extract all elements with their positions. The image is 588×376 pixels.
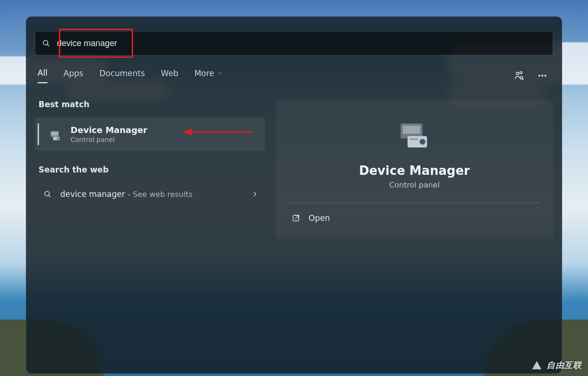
web-result-device-manager[interactable]: device manager - See web results: [35, 183, 265, 205]
web-result-hint: - See web results: [128, 190, 193, 199]
search-icon: [42, 39, 50, 47]
filter-tabs: All Apps Documents Web More: [35, 68, 553, 84]
open-icon: [292, 214, 300, 222]
preview-title: Device Manager: [289, 164, 540, 178]
tab-more[interactable]: More: [194, 68, 222, 83]
search-panel: All Apps Documents Web More B: [26, 16, 562, 374]
chevron-right-icon: [251, 190, 259, 198]
svg-line-16: [48, 195, 50, 197]
svg-line-23: [295, 215, 299, 219]
org-search-button[interactable]: [511, 68, 527, 84]
action-open-label: Open: [309, 213, 330, 223]
preview-pane: Device Manager Control panel Open: [276, 100, 553, 239]
svg-point-2: [516, 72, 519, 75]
result-device-manager[interactable]: Device Manager Control panel: [35, 118, 265, 151]
svg-point-6: [539, 75, 540, 76]
svg-line-5: [523, 79, 524, 80]
search-bar[interactable]: [35, 31, 553, 55]
device-manager-icon: [49, 128, 62, 141]
watermark: 自由互联: [531, 359, 581, 371]
annotation-arrow: [183, 126, 253, 138]
section-search-web: Search the web: [39, 165, 265, 174]
svg-point-3: [520, 71, 522, 74]
org-search-icon: [514, 70, 524, 81]
svg-line-1: [47, 44, 49, 46]
tab-web[interactable]: Web: [161, 68, 178, 83]
more-options-button[interactable]: [534, 68, 550, 84]
svg-point-20: [420, 139, 425, 145]
search-input[interactable]: [50, 39, 546, 48]
svg-rect-21: [410, 138, 418, 140]
svg-rect-10: [51, 132, 58, 135]
svg-marker-14: [183, 129, 192, 135]
tab-documents[interactable]: Documents: [99, 68, 145, 83]
result-subtitle: Control panel: [71, 136, 147, 143]
preview-subtitle: Control panel: [289, 180, 540, 189]
selection-indicator: [38, 123, 39, 145]
section-best-match: Best match: [39, 100, 265, 109]
tab-apps[interactable]: Apps: [64, 68, 83, 83]
web-result-query: device manager: [60, 189, 125, 199]
device-manager-icon-large: [396, 117, 433, 153]
svg-point-12: [57, 137, 59, 139]
chevron-down-icon: [217, 70, 222, 76]
svg-point-7: [541, 75, 543, 76]
ellipsis-icon: [537, 70, 548, 81]
result-title: Device Manager: [71, 125, 147, 135]
tab-all[interactable]: All: [38, 68, 48, 83]
search-icon: [43, 190, 52, 198]
svg-rect-18: [403, 126, 421, 134]
action-open[interactable]: Open: [289, 207, 540, 229]
svg-point-8: [545, 75, 546, 76]
